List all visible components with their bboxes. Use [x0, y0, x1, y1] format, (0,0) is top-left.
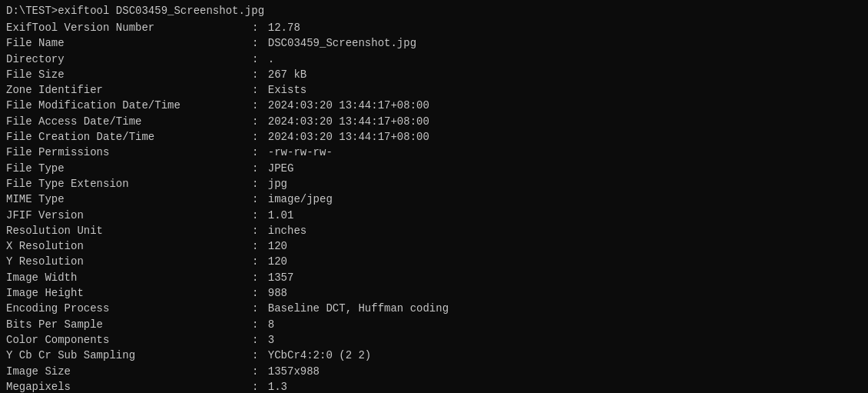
field-value: YCbCr4:2:0 (2 2)	[268, 348, 371, 363]
table-row: Bits Per Sample : 8	[6, 317, 862, 332]
field-separator: :	[252, 270, 265, 285]
table-row: Image Height : 988	[6, 285, 862, 301]
field-name: File Creation Date/Time	[6, 129, 252, 145]
field-name: MIME Type	[6, 192, 252, 207]
field-value: jpg	[268, 176, 287, 192]
field-value: 3	[268, 332, 274, 348]
field-separator: :	[252, 254, 265, 269]
table-row: Y Cb Cr Sub Sampling : YCbCr4:2:0 (2 2)	[6, 348, 862, 363]
field-separator: :	[252, 145, 265, 160]
field-name: File Name	[6, 35, 252, 51]
table-row: Y Resolution : 120	[6, 254, 862, 269]
field-name: Resolution Unit	[6, 223, 252, 238]
table-row: File Size : 267 kB	[6, 67, 862, 82]
field-name: Directory	[6, 52, 252, 67]
field-value: 1.01	[268, 208, 294, 223]
field-value: 120	[268, 238, 287, 254]
field-separator: :	[252, 301, 265, 316]
field-name: Megapixels	[6, 379, 252, 393]
field-value: 120	[268, 254, 287, 269]
field-name: JFIF Version	[6, 208, 252, 223]
command-line: D:\TEST>exiftool DSC03459_Screenshot.jpg	[6, 5, 862, 17]
field-separator: :	[252, 82, 265, 98]
table-row: File Name : DSC03459_Screenshot.jpg	[6, 35, 862, 51]
field-value: DSC03459_Screenshot.jpg	[268, 35, 416, 51]
table-row: MIME Type : image/jpeg	[6, 192, 862, 207]
field-separator: :	[252, 317, 265, 332]
field-separator: :	[252, 35, 265, 51]
field-separator: :	[252, 332, 265, 348]
field-value: Baseline DCT, Huffman coding	[268, 301, 449, 316]
field-value: 267 kB	[268, 67, 306, 82]
field-separator: :	[252, 285, 265, 301]
field-name: File Size	[6, 67, 252, 82]
table-row: File Type Extension : jpg	[6, 176, 862, 192]
field-name: File Type	[6, 161, 252, 176]
field-value: Exists	[268, 82, 306, 98]
table-row: File Type : JPEG	[6, 161, 862, 176]
field-value: 12.78	[268, 20, 300, 35]
table-row: Image Width : 1357	[6, 270, 862, 285]
field-value: 8	[268, 317, 274, 332]
field-separator: :	[252, 20, 265, 35]
field-name: Zone Identifier	[6, 82, 252, 98]
field-separator: :	[252, 348, 265, 363]
field-separator: :	[252, 67, 265, 82]
field-value: 1.3	[268, 379, 287, 393]
table-row: Directory : .	[6, 52, 862, 67]
field-name: File Type Extension	[6, 176, 252, 192]
table-row: JFIF Version : 1.01	[6, 208, 862, 223]
field-name: Y Cb Cr Sub Sampling	[6, 348, 252, 363]
field-name: Image Size	[6, 364, 252, 379]
table-row: File Access Date/Time : 2024:03:20 13:44…	[6, 114, 862, 129]
field-value: 2024:03:20 13:44:17+08:00	[268, 129, 429, 145]
field-value: .	[268, 52, 274, 67]
field-value: JPEG	[268, 161, 294, 176]
field-name: Color Components	[6, 332, 252, 348]
field-name: Image Width	[6, 270, 252, 285]
table-row: File Permissions : -rw-rw-rw-	[6, 145, 862, 160]
field-name: Y Resolution	[6, 254, 252, 269]
field-value: inches	[268, 223, 306, 238]
field-value: 1357	[268, 270, 294, 285]
field-separator: :	[252, 379, 265, 393]
field-value: 2024:03:20 13:44:17+08:00	[268, 98, 429, 113]
table-row: File Creation Date/Time : 2024:03:20 13:…	[6, 129, 862, 145]
field-value: 988	[268, 285, 287, 301]
table-row: Zone Identifier : Exists	[6, 82, 862, 98]
field-separator: :	[252, 129, 265, 145]
field-separator: :	[252, 176, 265, 192]
field-value: image/jpeg	[268, 192, 333, 207]
table-row: X Resolution : 120	[6, 238, 862, 254]
field-value: 2024:03:20 13:44:17+08:00	[268, 114, 429, 129]
table-row: Color Components : 3	[6, 332, 862, 348]
table-row: Image Size : 1357x988	[6, 364, 862, 379]
field-separator: :	[252, 208, 265, 223]
field-name: X Resolution	[6, 238, 252, 254]
field-separator: :	[252, 238, 265, 254]
table-row: Megapixels : 1.3	[6, 379, 862, 393]
field-name: Encoding Process	[6, 301, 252, 316]
field-value: 1357x988	[268, 364, 320, 379]
field-name: ExifTool Version Number	[6, 20, 252, 35]
field-value: -rw-rw-rw-	[268, 145, 333, 160]
field-name: File Permissions	[6, 145, 252, 160]
field-name: Bits Per Sample	[6, 317, 252, 332]
field-separator: :	[252, 98, 265, 113]
table-row: File Modification Date/Time : 2024:03:20…	[6, 98, 862, 113]
field-separator: :	[252, 161, 265, 176]
field-separator: :	[252, 192, 265, 207]
field-separator: :	[252, 364, 265, 379]
field-name: Image Height	[6, 285, 252, 301]
field-separator: :	[252, 114, 265, 129]
field-name: File Modification Date/Time	[6, 98, 252, 113]
field-separator: :	[252, 223, 265, 238]
table-row: ExifTool Version Number : 12.78	[6, 20, 862, 35]
field-separator: :	[252, 52, 265, 67]
table-row: Resolution Unit : inches	[6, 223, 862, 238]
data-rows: ExifTool Version Number : 12.78File Name…	[6, 20, 862, 393]
table-row: Encoding Process : Baseline DCT, Huffman…	[6, 301, 862, 316]
field-name: File Access Date/Time	[6, 114, 252, 129]
terminal-window: D:\TEST>exiftool DSC03459_Screenshot.jpg…	[6, 5, 862, 388]
